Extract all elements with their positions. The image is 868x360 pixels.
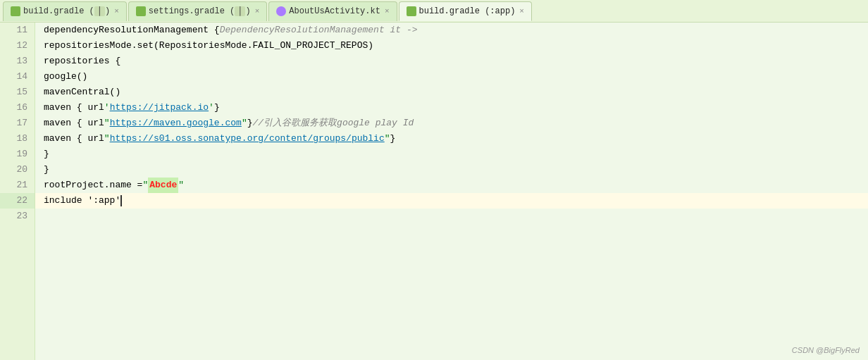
tab-bar: build.gradle (│)×settings.gradle (│)×Abo… — [0, 0, 868, 23]
line-number-11: 11 — [0, 23, 35, 38]
tab-label-settings-gradle: settings.gradle (│) — [149, 6, 251, 16]
code-line-23 — [35, 209, 868, 224]
tab-close-settings-gradle[interactable]: × — [255, 7, 260, 15]
tab-close-build-gradle-app[interactable]: × — [519, 7, 524, 15]
tab-about-us-activity[interactable]: AboutUsActivity.kt× — [268, 1, 397, 21]
tab-label-build-gradle-app: build.gradle (:app) — [419, 6, 516, 16]
code-line-15: mavenCentral() — [35, 85, 868, 100]
code-line-19: } — [35, 147, 868, 162]
link-token: "https://s01.oss.sonatype.org/content/gr… — [104, 131, 390, 147]
line-number-15: 15 — [0, 85, 35, 100]
line-number-21: 21 — [0, 178, 35, 193]
line-number-13: 13 — [0, 54, 35, 69]
tab-settings-gradle[interactable]: settings.gradle (│)× — [128, 1, 267, 21]
line-number-18: 18 — [0, 131, 35, 147]
line-number-23: 23 — [0, 209, 35, 224]
code-line-18: maven { url "https://s01.oss.sonatype.or… — [35, 131, 868, 147]
tab-label-build-gradle-root: build.gradle (│) — [23, 6, 110, 16]
code-line-13: repositories { — [35, 54, 868, 69]
link-token: "https://maven.google.com" — [104, 116, 247, 131]
tab-close-build-gradle-root[interactable]: × — [114, 7, 119, 15]
link-token: 'https://jitpack.io' — [104, 100, 214, 116]
line-number-19: 19 — [0, 147, 35, 162]
highlighted-text: Abcde — [148, 178, 178, 193]
line-number-22: 22 — [0, 193, 35, 209]
kotlin-icon — [276, 6, 286, 16]
code-line-21: rootProject.name = "Abcde " — [35, 178, 868, 193]
tab-close-about-us-activity[interactable]: × — [385, 7, 390, 15]
url-link[interactable]: https://maven.google.com — [110, 118, 242, 128]
line-numbers: 11121314151617181920212223 — [0, 23, 35, 360]
gradle-icon — [136, 6, 146, 16]
code-line-17: maven { url "https://maven.google.com" }… — [35, 116, 868, 131]
code-line-16: maven { url 'https://jitpack.io' } — [35, 100, 868, 116]
tab-build-gradle-root[interactable]: build.gradle (│)× — [3, 1, 127, 21]
watermark: CSDN @BigFlyRed — [792, 346, 860, 354]
code-line-20: } — [35, 162, 868, 178]
url-link[interactable]: https://s01.oss.sonatype.org/content/gro… — [110, 133, 385, 144]
line-number-16: 16 — [0, 100, 35, 116]
code-content[interactable]: dependencyResolutionManagement { Depende… — [35, 23, 868, 360]
jitpack-link[interactable]: https://jitpack.io — [110, 102, 209, 113]
code-line-12: repositoriesMode.set(RepositoriesMode.FA… — [35, 38, 868, 54]
gradle-icon — [407, 6, 416, 16]
cursor — [120, 195, 122, 206]
line-number-14: 14 — [0, 69, 35, 85]
tab-build-gradle-app[interactable]: build.gradle (:app)× — [399, 1, 532, 21]
line-number-17: 17 — [0, 116, 35, 131]
code-line-22: include ':app' — [35, 193, 868, 209]
line-number-12: 12 — [0, 38, 35, 54]
tab-label-about-us-activity: AboutUsActivity.kt — [289, 6, 380, 16]
line-number-20: 20 — [0, 162, 35, 178]
gradle-icon — [11, 6, 20, 16]
editor-area: 11121314151617181920212223 dependencyRes… — [0, 23, 868, 360]
code-line-11: dependencyResolutionManagement { Depende… — [35, 23, 868, 38]
code-line-14: google() — [35, 69, 868, 85]
